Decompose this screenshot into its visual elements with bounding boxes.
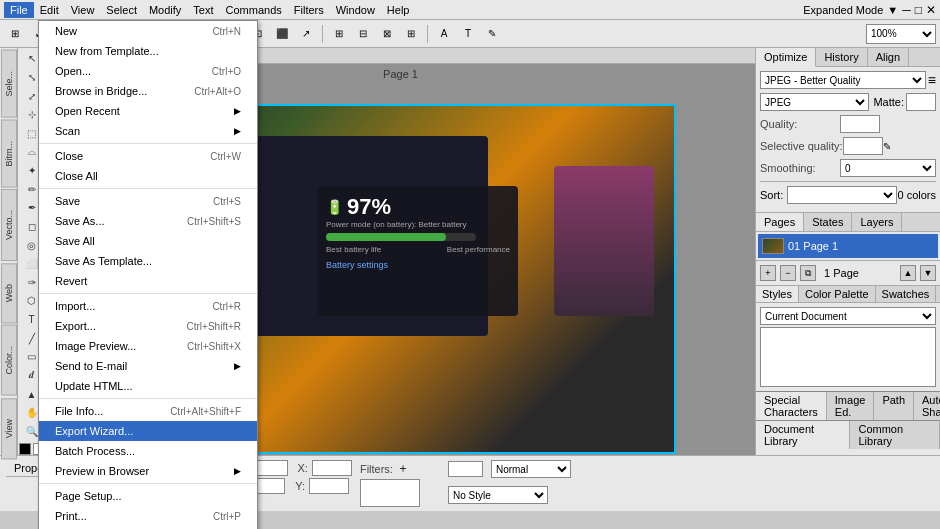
menu-text[interactable]: Text	[187, 2, 219, 18]
toolbar-sep-4	[322, 25, 323, 43]
page-move-down-btn[interactable]: ▼	[920, 265, 936, 281]
fore-color[interactable]	[19, 443, 31, 455]
page-count-label: 1 Page	[824, 267, 859, 279]
y-input[interactable]: -7	[309, 478, 349, 494]
menu-batch-process[interactable]: Batch Process...	[39, 441, 257, 461]
toolbar-btn-11[interactable]: ⬛	[271, 23, 293, 45]
selective-input[interactable]: 90	[843, 137, 883, 155]
panel-select[interactable]: Sele...	[1, 50, 17, 118]
menu-save[interactable]: Save Ctrl+S	[39, 191, 257, 211]
menu-modify[interactable]: Modify	[143, 2, 187, 18]
menu-print[interactable]: Print... Ctrl+P	[39, 506, 257, 526]
menu-browse[interactable]: Browse in Bridge... Ctrl+Alt+O	[39, 81, 257, 101]
file-dropdown: New Ctrl+N New from Template... Open... …	[38, 20, 258, 529]
menu-select[interactable]: Select	[100, 2, 143, 18]
blend-select[interactable]: Normal	[491, 460, 571, 478]
tab-swatches[interactable]: Swatches	[876, 286, 937, 302]
menu-open[interactable]: Open... Ctrl+O	[39, 61, 257, 81]
tab-layers[interactable]: Layers	[852, 213, 902, 231]
menu-send-email[interactable]: Send to E-mail ▶	[39, 356, 257, 376]
menu-window[interactable]: Window	[330, 2, 381, 18]
zoom-select[interactable]: 100%	[866, 24, 936, 44]
add-filter-btn[interactable]: ＋	[397, 460, 409, 477]
x-input[interactable]: -11	[312, 460, 352, 476]
sort-row: Sort: 0 colors	[760, 186, 936, 204]
menu-save-as[interactable]: Save As... Ctrl+Shift+S	[39, 211, 257, 231]
opacity-input[interactable]: 100	[448, 461, 483, 477]
page-duplicate-btn[interactable]: ⧉	[800, 265, 816, 281]
tab-image-ed[interactable]: Image Ed.	[827, 392, 875, 420]
menu-save-template[interactable]: Save As Template...	[39, 251, 257, 271]
style-select[interactable]: No Style	[448, 486, 548, 504]
menu-view[interactable]: View	[65, 2, 101, 18]
menu-open-recent[interactable]: Open Recent ▶	[39, 101, 257, 121]
menu-import[interactable]: Import... Ctrl+R	[39, 296, 257, 316]
menu-scan[interactable]: Scan ▶	[39, 121, 257, 141]
menu-commands[interactable]: Commands	[220, 2, 288, 18]
page-item-1[interactable]: 01 Page 1	[758, 234, 938, 258]
menu-export[interactable]: Export... Ctrl+Shift+R	[39, 316, 257, 336]
tab-styles[interactable]: Styles	[756, 286, 799, 302]
tab-pages[interactable]: Pages	[756, 213, 804, 231]
menu-save-all[interactable]: Save All	[39, 231, 257, 251]
format-options-btn[interactable]: ≡	[928, 72, 936, 88]
panel-view[interactable]: View	[1, 398, 17, 459]
selective-edit-icon[interactable]: ✎	[883, 141, 891, 152]
toolbar-btn-16[interactable]: ⊞	[400, 23, 422, 45]
matte-input[interactable]	[906, 93, 936, 111]
sort-select[interactable]	[787, 186, 897, 204]
menu-help[interactable]: Help	[381, 2, 416, 18]
toolbar-btn-1[interactable]: ⊞	[4, 23, 26, 45]
doc-select[interactable]: Current Document	[760, 307, 936, 325]
toolbar-btn-12[interactable]: ↗	[295, 23, 317, 45]
toolbar-btn-19[interactable]: ✎	[481, 23, 503, 45]
battery-fill	[326, 233, 446, 241]
page-delete-btn[interactable]: −	[780, 265, 796, 281]
menu-page-setup[interactable]: Page Setup...	[39, 486, 257, 506]
tab-states[interactable]: States	[804, 213, 852, 231]
toolbar-btn-18[interactable]: T	[457, 23, 479, 45]
menu-filters[interactable]: Filters	[288, 2, 330, 18]
tab-color-palette[interactable]: Color Palette	[799, 286, 876, 302]
menu-new[interactable]: New Ctrl+N	[39, 21, 257, 41]
toolbar-btn-17[interactable]: A	[433, 23, 455, 45]
panel-web[interactable]: Web	[1, 263, 17, 323]
menu-revert[interactable]: Revert	[39, 271, 257, 291]
page-add-icon-btn[interactable]: +	[760, 265, 776, 281]
tab-common-library[interactable]: Common Library	[850, 421, 940, 449]
menu-close-all[interactable]: Close All	[39, 166, 257, 186]
type-matte-row: JPEG Matte:	[760, 93, 936, 111]
menu-preview-browser[interactable]: Preview in Browser ▶	[39, 461, 257, 481]
minimize-btn[interactable]: ─	[902, 3, 911, 17]
tab-auto-shape[interactable]: Auto Sha...	[914, 392, 940, 420]
menu-file-info[interactable]: File Info... Ctrl+Alt+Shift+F	[39, 401, 257, 421]
format-select[interactable]: JPEG - Better Quality	[760, 71, 926, 89]
maximize-btn[interactable]: □	[915, 3, 922, 17]
tab-history[interactable]: History	[816, 48, 867, 66]
menu-edit[interactable]: Edit	[34, 2, 65, 18]
page-move-up-btn[interactable]: ▲	[900, 265, 916, 281]
menu-file[interactable]: File	[4, 2, 34, 18]
battery-settings-link[interactable]: Battery settings	[326, 260, 510, 270]
menu-update-html[interactable]: Update HTML...	[39, 376, 257, 396]
styles-tabs: Styles Color Palette Swatches	[756, 286, 940, 303]
tab-align[interactable]: Align	[868, 48, 909, 66]
toolbar-btn-14[interactable]: ⊟	[352, 23, 374, 45]
smoothing-select[interactable]: 0	[840, 159, 936, 177]
menu-image-preview[interactable]: Image Preview... Ctrl+Shift+X	[39, 336, 257, 356]
close-btn[interactable]: ✕	[926, 3, 936, 17]
menu-close[interactable]: Close Ctrl+W	[39, 146, 257, 166]
tab-doc-library[interactable]: Document Library	[756, 421, 850, 449]
menu-new-template[interactable]: New from Template...	[39, 41, 257, 61]
menu-export-wizard[interactable]: Export Wizard...	[39, 421, 257, 441]
panel-vector[interactable]: Vecto...	[1, 189, 17, 261]
tab-special-chars[interactable]: Special Characters	[756, 392, 827, 420]
type-select[interactable]: JPEG	[760, 93, 869, 111]
tab-optimize[interactable]: Optimize	[756, 48, 816, 67]
panel-bitmap[interactable]: Bitm...	[1, 120, 17, 188]
tab-path[interactable]: Path	[874, 392, 914, 420]
toolbar-btn-13[interactable]: ⊞	[328, 23, 350, 45]
quality-input[interactable]: 80	[840, 115, 880, 133]
panel-colors[interactable]: Color...	[1, 325, 17, 396]
toolbar-btn-15[interactable]: ⊠	[376, 23, 398, 45]
